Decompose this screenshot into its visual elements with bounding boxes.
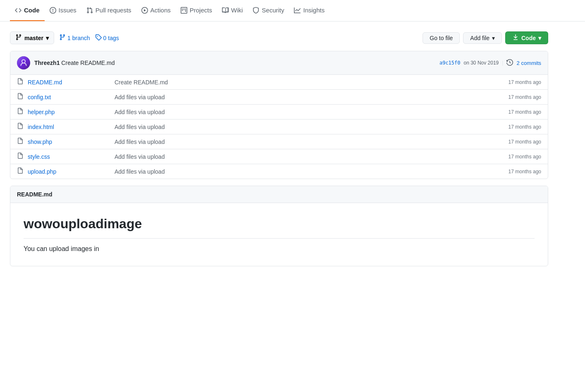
table-row: README.md Create README.md 17 months ago [10,75,548,90]
file-icon [17,78,24,86]
readme-body: wowouploadimage You can upload images in [10,203,548,266]
main-content: master ▾ 1 branch 0 tags Go to file [0,22,558,266]
file-commit-msg: Add files via upload [115,124,504,130]
table-row: show.php Add files via upload 17 months … [10,134,548,149]
file-name[interactable]: helper.php [28,109,110,115]
nav-projects-label: Projects [190,7,212,14]
commit-header: Threezh1 Create README.md a9c15f0 on 30 … [10,51,548,75]
file-time: 17 months ago [509,79,541,85]
code-label: Code [521,35,536,41]
add-file-button[interactable]: Add file ▾ [463,32,502,44]
code-button[interactable]: Code ▾ [505,31,548,44]
commit-info: Threezh1 Create README.md [34,60,435,66]
readme-title: wowouploadimage [24,216,535,239]
table-row: index.html Add files via upload 17 month… [10,120,548,134]
commits-link[interactable]: 2 commits [516,60,541,66]
commits-count: 2 [516,60,519,66]
right-buttons: Go to file Add file ▾ Code ▾ [423,31,548,44]
readme-container: README.md wowouploadimage You can upload… [10,186,548,266]
repo-container: Threezh1 Create README.md a9c15f0 on 30 … [10,51,548,179]
file-time: 17 months ago [509,124,541,130]
table-row: upload.php Add files via upload 17 month… [10,164,548,179]
commit-meta: a9c15f0 on 30 Nov 2019 | 2 commits [439,59,541,67]
commit-date: on 30 Nov 2019 [464,60,499,66]
issues-icon [50,7,56,14]
file-icon [17,138,24,146]
file-name[interactable]: style.css [28,153,110,160]
file-name[interactable]: show.php [28,139,110,145]
nav-actions-label: Actions [150,7,171,14]
file-time: 17 months ago [509,109,541,115]
branch-selector[interactable]: master ▾ [10,31,54,44]
file-name[interactable]: README.md [28,79,110,86]
file-commit-msg: Add files via upload [115,109,504,115]
table-row: config.txt Add files via upload 17 month… [10,90,548,105]
nav-prs-label: Pull requests [96,7,131,14]
nav-issues-label: Issues [59,7,76,14]
file-icon [17,153,24,160]
file-commit-msg: Add files via upload [115,139,504,145]
tag-count-link[interactable]: 0 tags [95,34,119,42]
file-icon [17,123,24,131]
branch-chevron-icon: ▾ [46,35,49,41]
insights-icon [294,7,301,14]
nav-security-label: Security [262,7,284,14]
actions-icon [141,7,148,14]
file-commit-msg: Add files via upload [115,153,504,160]
readme-header: README.md [10,186,548,203]
security-icon [253,7,259,14]
file-icon [17,93,24,101]
add-file-chevron: ▾ [492,35,495,41]
file-name[interactable]: config.txt [28,94,110,100]
file-name[interactable]: index.html [28,124,110,130]
toolbar: master ▾ 1 branch 0 tags Go to file [10,31,548,44]
file-icon [17,167,24,175]
projects-icon [181,7,187,14]
go-to-file-label: Go to file [430,35,453,41]
nav-issues[interactable]: Issues [45,0,81,21]
nav-wiki-label: Wiki [231,7,243,14]
branch-count-link[interactable]: 1 branch [59,34,90,42]
nav-prs[interactable]: Pull requests [81,0,136,21]
file-time: 17 months ago [509,169,541,174]
branch-text: branch [72,35,90,41]
tag-count: 0 [103,35,107,41]
commit-message: Create README.md [61,60,115,66]
add-file-label: Add file [470,35,489,41]
tag-text: tags [108,35,119,41]
file-icon [17,108,24,116]
tag-icon [95,34,102,42]
code-icon [15,7,21,14]
commit-sha[interactable]: a9c15f0 [439,60,461,66]
table-row: helper.php Add files via upload 17 month… [10,105,548,120]
table-row: style.css Add files via upload 17 months… [10,149,548,164]
readme-text: You can upload images in [24,245,535,253]
file-time: 17 months ago [509,154,541,160]
file-name[interactable]: upload.php [28,168,110,175]
wiki-icon [222,7,229,14]
file-time: 17 months ago [509,139,541,145]
download-icon [512,34,519,42]
nav-insights-label: Insights [303,7,325,14]
nav-code[interactable]: Code [10,0,45,21]
pr-icon [86,7,93,14]
commit-author[interactable]: Threezh1 [34,60,60,66]
nav-security[interactable]: Security [248,0,289,21]
file-time: 17 months ago [509,94,541,100]
file-commit-msg: Add files via upload [115,168,504,175]
nav-projects[interactable]: Projects [176,0,217,21]
go-to-file-button[interactable]: Go to file [423,32,460,44]
nav-bar: Code Issues Pull requests Actions [0,0,585,22]
avatar [17,56,30,69]
nav-code-label: Code [24,7,40,14]
nav-insights[interactable]: Insights [289,0,330,21]
file-commit-msg: Create README.md [115,79,504,86]
branch-label: master [24,35,43,41]
nav-wiki[interactable]: Wiki [217,0,248,21]
code-chevron: ▾ [538,35,541,41]
nav-actions[interactable]: Actions [136,0,176,21]
commits-label: commits [521,60,541,66]
history-icon [506,59,513,67]
branch-icon-meta [59,34,66,42]
file-list: README.md Create README.md 17 months ago… [10,75,548,179]
